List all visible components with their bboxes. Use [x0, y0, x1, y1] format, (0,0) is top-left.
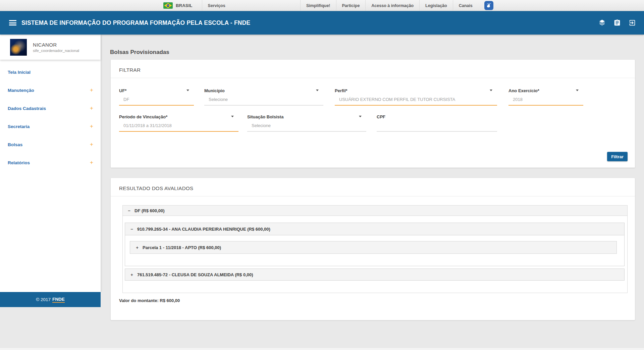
sidebar-item-manutencao[interactable]: Manutenção +	[0, 81, 101, 99]
situacao-bolsista-value: Selecione	[247, 123, 366, 131]
chevron-down-icon[interactable]	[186, 90, 189, 91]
sidebar-item-secretaria[interactable]: Secretaria +	[0, 117, 101, 135]
ano-exercicio-value: 2018	[508, 97, 583, 105]
sidebar-footer: © 2017 FNDE	[0, 292, 101, 307]
logout-icon[interactable]	[629, 19, 636, 26]
chevron-down-icon[interactable]	[231, 116, 234, 117]
municipio-select[interactable]: Município Selecione	[204, 88, 323, 106]
layers-icon[interactable]	[598, 19, 606, 26]
tree-item-label: 761.519.485-72 - CLEUSA DE SOUZA ALMEIDA…	[137, 272, 253, 277]
situacao-bolsista-label: Situação Bolsista	[247, 114, 366, 119]
user-avatar	[10, 39, 27, 56]
brasil-flag-icon	[163, 2, 173, 9]
collapse-minus-icon[interactable]: −	[127, 208, 131, 213]
brasil-label[interactable]: BRASIL	[176, 3, 193, 8]
filter-heading: FILTRAR	[119, 67, 141, 73]
chevron-down-icon[interactable]	[359, 116, 362, 117]
copyright-text: © 2017	[36, 297, 51, 302]
tree-item-label: 910.799.265-34 - ANA CLAUDIA PEREIRA HEN…	[137, 227, 270, 232]
total-amount: Valor do montante: R$ 600,00	[119, 298, 180, 303]
cpf-field[interactable]: CPF	[377, 114, 497, 132]
chevron-down-icon[interactable]	[316, 90, 319, 91]
app-header: SISTEMA DE INFORMAÇÃO DO PROGRAMA FORMAÇ…	[0, 11, 644, 35]
sidebar-item-tela-inicial[interactable]: Tela Inicial	[0, 63, 101, 81]
perfil-label: Perfil*	[335, 88, 497, 93]
perfil-value: USUÁRIO EXTERNO COM PERFIL DE TUTOR CURS…	[335, 97, 497, 105]
filtrar-button[interactable]: Filtrar	[607, 152, 628, 161]
clipboard-icon[interactable]	[613, 19, 621, 26]
expand-plus-icon[interactable]: +	[90, 141, 93, 148]
tree-item-ana-claudia: − 910.799.265-34 - ANA CLAUDIA PEREIRA H…	[125, 223, 625, 266]
municipio-value: Selecione	[204, 97, 323, 105]
uf-label: UF*	[119, 88, 194, 93]
results-card: RESULTADO DOS AVALIADOS − DF (R$ 600,00)…	[111, 178, 635, 320]
user-card: NICANOR sife_coordenador_nacional	[0, 35, 101, 60]
tree-item-header[interactable]: − 910.799.265-34 - ANA CLAUDIA PEREIRA H…	[125, 223, 624, 235]
govbar-item-legislacao[interactable]: Legislação	[419, 0, 453, 11]
tree-item-label: Parcela 1 - 11/2018 - APTO (R$ 600,00)	[143, 245, 221, 250]
perfil-select[interactable]: Perfil* USUÁRIO EXTERNO COM PERFIL DE TU…	[335, 88, 497, 106]
user-role: sife_coordenador_nacional	[33, 49, 79, 53]
vlibras-accessibility-icon[interactable]	[484, 1, 493, 10]
fnde-link[interactable]: FNDE	[52, 297, 65, 303]
divider	[111, 78, 635, 78]
results-tree: − DF (R$ 600,00) − 910.799.265-34 - ANA …	[122, 205, 628, 293]
municipio-label: Município	[204, 88, 323, 93]
periodo-vinculacao-label: Período de Vinculação*	[119, 114, 238, 119]
ano-exercicio-select[interactable]: Ano Exercício* 2018	[508, 88, 583, 106]
sidebar-menu: Tela Inicial Manutenção + Dados Cadastra…	[0, 60, 101, 172]
collapse-minus-icon[interactable]: −	[130, 227, 134, 232]
periodo-vinculacao-value: 01/11/2018 a 31/12/2018	[119, 123, 238, 131]
filter-card: FILTRAR UF* DF Município Selecione Perfi…	[111, 60, 635, 168]
expand-plus-icon[interactable]: +	[130, 272, 134, 277]
tree-item-parcela[interactable]: + Parcela 1 - 11/2018 - APTO (R$ 600,00)	[130, 241, 617, 254]
expand-plus-icon[interactable]: +	[90, 87, 93, 94]
results-heading: RESULTADO DOS AVALIADOS	[119, 185, 193, 191]
tree-group-label: DF (R$ 600,00)	[135, 208, 165, 213]
expand-plus-icon[interactable]: +	[90, 105, 93, 112]
ano-exercicio-label: Ano Exercício*	[508, 88, 583, 93]
government-bar: BRASIL Serviços Simplifique! Participe A…	[0, 0, 644, 11]
govbar-item-participe[interactable]: Participe	[336, 0, 366, 11]
sidebar: NICANOR sife_coordenador_nacional Tela I…	[0, 35, 101, 292]
cpf-input[interactable]	[377, 123, 497, 131]
menu-hamburger-icon[interactable]	[9, 19, 16, 27]
app-title: SISTEMA DE INFORMAÇÃO DO PROGRAMA FORMAÇ…	[21, 19, 250, 26]
tree-group-df[interactable]: − DF (R$ 600,00)	[123, 206, 627, 216]
expand-plus-icon[interactable]: +	[90, 159, 93, 166]
expand-plus-icon[interactable]: +	[90, 123, 93, 130]
govbar-item-simplifique[interactable]: Simplifique!	[300, 0, 336, 11]
expand-plus-icon[interactable]: +	[135, 245, 139, 250]
page-title: Bolsas Provisionadas	[110, 49, 169, 56]
sidebar-item-dados-cadastrais[interactable]: Dados Cadastrais +	[0, 99, 101, 117]
divider	[111, 196, 635, 196]
govbar-item-canais[interactable]: Canais	[453, 0, 478, 11]
tree-item-cleusa[interactable]: + 761.519.485-72 - CLEUSA DE SOUZA ALMEI…	[125, 269, 625, 281]
chevron-down-icon[interactable]	[490, 90, 492, 91]
situacao-bolsista-select[interactable]: Situação Bolsista Selecione	[247, 114, 366, 132]
cpf-label: CPF	[377, 114, 497, 119]
govbar-item-servicos[interactable]: Serviços	[202, 0, 231, 11]
sidebar-item-bolsas[interactable]: Bolsas +	[0, 135, 101, 154]
periodo-vinculacao-select[interactable]: Período de Vinculação* 01/11/2018 a 31/1…	[119, 114, 238, 132]
user-name: NICANOR	[33, 42, 79, 48]
uf-value: DF	[119, 97, 194, 105]
bottom-scroll-strip	[0, 348, 644, 350]
uf-select[interactable]: UF* DF	[119, 88, 194, 106]
chevron-down-icon[interactable]	[576, 90, 579, 91]
sidebar-item-relatorios[interactable]: Relatórios +	[0, 154, 101, 172]
govbar-item-acesso-informacao[interactable]: Acesso à informação	[365, 0, 419, 11]
